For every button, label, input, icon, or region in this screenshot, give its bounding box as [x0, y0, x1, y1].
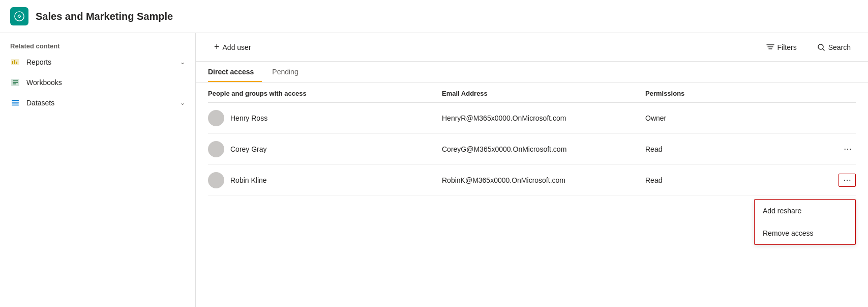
add-user-label: Add user [223, 43, 251, 51]
sidebar-reports-label: Reports [26, 58, 180, 66]
app-header: Sales and Marketing Sample [0, 0, 868, 33]
context-menu: Add reshare Remove access [754, 199, 856, 245]
avatar-henry-ross [208, 110, 224, 126]
svg-rect-11 [12, 102, 19, 104]
col-header-people: People and groups with access [208, 90, 442, 97]
reports-icon [10, 57, 20, 67]
sidebar-item-reports[interactable]: Reports ⌄ [0, 52, 195, 72]
user-name-henry-ross: Henry Ross [230, 114, 267, 122]
sidebar-item-workbooks[interactable]: Workbooks [0, 72, 195, 93]
more-options-button-robin[interactable]: ⋯ [839, 174, 856, 187]
top-bar: + Add user Filters Search [196, 33, 868, 62]
more-options-button-corey[interactable]: ⋯ [840, 143, 856, 155]
col-header-email: Email Address [442, 90, 645, 97]
svg-rect-10 [12, 100, 19, 101]
email-cell-1: HenryR@M365x0000.OnMicrosoft.com [442, 114, 645, 122]
email-cell-3: RobinK@M365x0000.OnMicrosoft.com [442, 176, 645, 184]
svg-rect-5 [16, 62, 17, 64]
filters-button[interactable]: Filters [761, 40, 802, 54]
reports-chevron-icon: ⌄ [180, 59, 185, 66]
top-bar-right: Filters Search [761, 40, 856, 54]
app-icon [10, 7, 28, 25]
avatar-robin-kline [208, 172, 224, 188]
people-cell-2: Corey Gray [208, 141, 442, 157]
sidebar: Related content Reports ⌄ [0, 33, 196, 307]
svg-rect-4 [14, 60, 15, 64]
sidebar-workbooks-label: Workbooks [26, 78, 185, 87]
people-cell-3: Robin Kline [208, 172, 442, 188]
table-row: Robin Kline RobinK@M365x0000.OnMicrosoft… [208, 165, 856, 196]
actions-cell-3: ⋯ Add reshare Remove access [825, 174, 856, 187]
main-layout: Related content Reports ⌄ [0, 33, 868, 307]
search-icon [817, 43, 825, 51]
avatar-corey-gray [208, 141, 224, 157]
page-title: Sales and Marketing Sample [36, 11, 173, 22]
svg-rect-9 [13, 83, 16, 85]
sidebar-item-datasets[interactable]: Datasets ⌄ [0, 93, 195, 113]
tab-pending[interactable]: Pending [272, 62, 306, 82]
tab-direct-access[interactable]: Direct access [208, 62, 262, 82]
context-menu-item-add-reshare[interactable]: Add reshare [755, 200, 855, 222]
svg-rect-7 [13, 80, 18, 81]
actions-cell-2: ⋯ [825, 143, 856, 155]
table-header: People and groups with access Email Addr… [208, 82, 856, 103]
tabs-container: Direct access Pending [196, 62, 868, 82]
datasets-chevron-icon: ⌄ [180, 99, 185, 106]
table-row: Corey Gray CoreyG@M365x0000.OnMicrosoft.… [208, 134, 856, 165]
context-menu-item-remove-access[interactable]: Remove access [755, 222, 855, 244]
svg-rect-8 [13, 82, 18, 83]
datasets-icon [10, 98, 20, 108]
sidebar-section-label: Related content [0, 38, 195, 52]
user-name-robin-kline: Robin Kline [230, 176, 267, 184]
permissions-cell-1: Owner [645, 114, 825, 122]
permissions-cell-3: Read [645, 176, 825, 184]
sidebar-datasets-label: Datasets [26, 99, 180, 107]
content-area: + Add user Filters Search [196, 33, 868, 307]
workbooks-icon [10, 77, 20, 88]
filter-icon [766, 43, 774, 51]
search-button[interactable]: Search [812, 40, 856, 54]
search-label: Search [828, 43, 851, 51]
user-name-corey-gray: Corey Gray [230, 145, 267, 153]
svg-point-1 [18, 15, 20, 17]
col-header-permissions: Permissions [645, 90, 825, 97]
permissions-cell-2: Read [645, 145, 825, 153]
svg-rect-12 [12, 104, 19, 106]
table-row: Henry Ross HenryR@M365x0000.OnMicrosoft.… [208, 103, 856, 134]
table-container: People and groups with access Email Addr… [196, 82, 868, 307]
email-cell-2: CoreyG@M365x0000.OnMicrosoft.com [442, 145, 645, 153]
people-cell-1: Henry Ross [208, 110, 442, 126]
filters-label: Filters [777, 43, 797, 51]
add-icon: + [214, 42, 220, 52]
svg-rect-3 [12, 61, 13, 64]
add-user-button[interactable]: + Add user [208, 39, 257, 55]
